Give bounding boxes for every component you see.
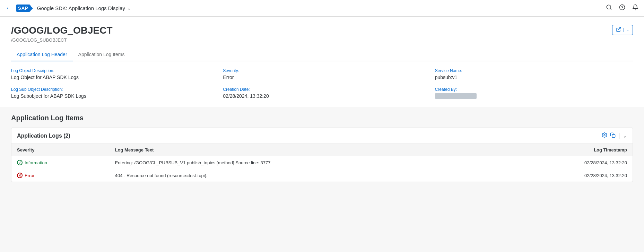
form-section: Log Object Description: Log Object for A… [0, 61, 644, 107]
field-creation-date: Creation Date: 02/28/2024, 13:32:20 [223, 87, 421, 100]
field-value-creation-date: 02/28/2024, 13:32:20 [223, 93, 421, 99]
page-title-group: /GOOG/LOG_OBJECT [11, 25, 112, 36]
page-title: /GOOG/LOG_OBJECT [11, 25, 112, 36]
field-label-severity: Severity: [223, 68, 421, 73]
back-button[interactable]: ← [6, 5, 12, 12]
log-table: Severity Log Message Text Log Timestamp … [11, 144, 633, 182]
notification-icon[interactable] [632, 4, 638, 12]
help-icon[interactable] [619, 4, 625, 12]
action-separator: | [618, 132, 620, 139]
main-content: /GOOG/LOG_OBJECT ⌄ /GOOG/LOG_SUBOBJECT A… [0, 17, 644, 61]
field-value-created-by-redacted [435, 93, 477, 99]
cell-severity-info: ✓ Information [11, 156, 110, 169]
svg-rect-6 [612, 134, 615, 138]
col-header-severity: Severity [11, 144, 110, 156]
severity-info-badge: ✓ Information [17, 160, 104, 165]
field-label-creation-date: Creation Date: [223, 87, 421, 92]
field-value-log-subobject-description: Log Subobject for ABAP SDK Logs [11, 93, 209, 99]
cell-message-error: 404 - Resource not found (resource=test-… [110, 169, 505, 182]
form-grid: Log Object Description: Log Object for A… [0, 68, 644, 100]
field-service-name: Service Name: pubsub:v1 [435, 68, 633, 80]
table-card-title: Application Logs (2) [17, 133, 70, 139]
field-label-service-name: Service Name: [435, 68, 633, 73]
export-chevron-icon: ⌄ [624, 28, 629, 32]
svg-point-5 [604, 134, 605, 136]
severity-error-label: Error [25, 173, 35, 178]
field-value-severity: Error [223, 75, 421, 80]
nav-title-chevron-icon[interactable]: ⌄ [127, 6, 131, 11]
field-log-subobject-description: Log Sub Object Description: Log Subobjec… [11, 87, 209, 100]
field-label-created-by: Created By: [435, 87, 633, 92]
table-header-row: Severity Log Message Text Log Timestamp [11, 144, 633, 156]
field-log-object-description: Log Object Description: Log Object for A… [11, 68, 209, 80]
log-items-section-title: Application Log Items [11, 114, 633, 122]
export-icon [616, 27, 621, 33]
top-navigation: ← SAP Google SDK: Application Logs Displ… [0, 0, 644, 17]
sap-logo: SAP [16, 5, 33, 12]
table-row: ✕ Error 404 - Resource not found (resour… [11, 169, 633, 182]
tabs-bar: Application Log Header Application Log I… [11, 48, 633, 61]
svg-line-1 [610, 8, 611, 9]
cell-timestamp-error: 02/28/2024, 13:32:20 [505, 169, 633, 182]
page-subtitle: /GOOG/LOG_SUBOBJECT [11, 37, 633, 43]
tab-application-log-items[interactable]: Application Log Items [73, 48, 130, 61]
field-severity: Severity: Error [223, 68, 421, 80]
cell-severity-error: ✕ Error [11, 169, 110, 182]
settings-icon[interactable] [602, 132, 607, 139]
svg-line-4 [618, 27, 621, 30]
log-items-section: Application Log Items Application Logs (… [0, 107, 644, 189]
col-header-message: Log Message Text [110, 144, 505, 156]
field-value-service-name: pubsub:v1 [435, 75, 633, 80]
svg-point-0 [607, 5, 611, 9]
col-header-timestamp: Log Timestamp [505, 144, 633, 156]
table-collapse-icon[interactable]: ⌄ [623, 133, 627, 139]
table-row: ✓ Information Entering: /GOOG/CL_PUBSUB_… [11, 156, 633, 169]
table-card: Application Logs (2) | ⌄ Severity Log Me… [11, 128, 633, 182]
field-label-log-object-description: Log Object Description: [11, 68, 209, 73]
cell-timestamp-info: 02/28/2024, 13:32:20 [505, 156, 633, 169]
check-circle-icon: ✓ [17, 160, 23, 165]
cell-message-info: Entering: /GOOG/CL_PUBSUB_V1 publish_top… [110, 156, 505, 169]
page-header: /GOOG/LOG_OBJECT ⌄ [11, 25, 633, 36]
x-circle-icon: ✕ [17, 173, 23, 178]
severity-error-badge: ✕ Error [17, 173, 104, 178]
table-card-header: Application Logs (2) | ⌄ [11, 128, 633, 144]
field-value-log-object-description: Log Object for ABAP SDK Logs [11, 75, 209, 80]
export-button[interactable]: ⌄ [612, 25, 633, 35]
search-icon[interactable] [606, 4, 612, 12]
nav-icon-group [606, 4, 638, 12]
severity-info-label: Information [25, 160, 47, 165]
field-label-log-subobject-description: Log Sub Object Description: [11, 87, 209, 92]
nav-title: Google SDK: Application Logs Display [37, 5, 125, 11]
table-card-actions: | ⌄ [602, 132, 627, 139]
tab-application-log-header[interactable]: Application Log Header [11, 48, 73, 61]
copy-icon[interactable] [610, 132, 616, 139]
field-created-by: Created By: [435, 87, 633, 100]
